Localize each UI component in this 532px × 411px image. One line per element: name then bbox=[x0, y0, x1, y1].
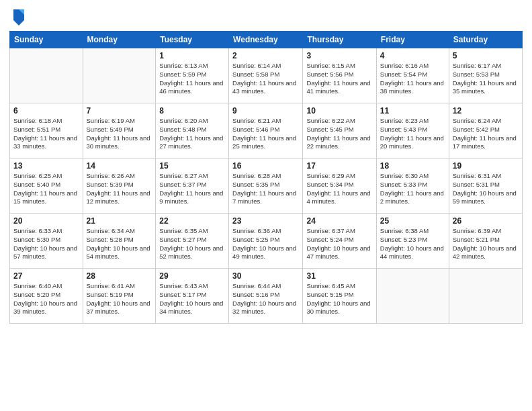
table-row: 9Sunrise: 6:21 AMSunset: 5:46 PMDaylight… bbox=[229, 103, 303, 158]
day-number: 1 bbox=[159, 51, 225, 60]
day-detail: Sunrise: 6:25 AMSunset: 5:40 PMDaylight:… bbox=[13, 172, 79, 206]
calendar-week-row: 20Sunrise: 6:33 AMSunset: 5:30 PMDayligh… bbox=[10, 214, 523, 269]
day-number: 23 bbox=[232, 216, 299, 226]
header bbox=[9, 7, 523, 26]
table-row: 28Sunrise: 6:41 AMSunset: 5:19 PMDayligh… bbox=[83, 269, 156, 324]
day-detail: Sunrise: 6:13 AMSunset: 5:59 PMDaylight:… bbox=[159, 62, 225, 96]
logo-icon bbox=[11, 7, 27, 26]
day-number: 6 bbox=[13, 106, 79, 116]
table-row: 25Sunrise: 6:38 AMSunset: 5:23 PMDayligh… bbox=[376, 214, 449, 269]
day-detail: Sunrise: 6:35 AMSunset: 5:27 PMDaylight:… bbox=[159, 227, 225, 261]
day-detail: Sunrise: 6:18 AMSunset: 5:51 PMDaylight:… bbox=[13, 117, 79, 151]
day-detail: Sunrise: 6:30 AMSunset: 5:33 PMDaylight:… bbox=[380, 172, 445, 206]
table-row: 7Sunrise: 6:19 AMSunset: 5:49 PMDaylight… bbox=[83, 103, 156, 158]
calendar-day-header: Sunday bbox=[10, 32, 83, 48]
calendar-week-row: 1Sunrise: 6:13 AMSunset: 5:59 PMDaylight… bbox=[10, 48, 523, 103]
table-row: 13Sunrise: 6:25 AMSunset: 5:40 PMDayligh… bbox=[10, 158, 83, 214]
day-detail: Sunrise: 6:34 AMSunset: 5:28 PMDaylight:… bbox=[87, 227, 152, 261]
calendar-day-header: Friday bbox=[376, 32, 449, 48]
table-row bbox=[376, 269, 449, 324]
day-number: 12 bbox=[453, 106, 519, 116]
table-row: 29Sunrise: 6:43 AMSunset: 5:17 PMDayligh… bbox=[156, 269, 229, 324]
table-row: 24Sunrise: 6:37 AMSunset: 5:24 PMDayligh… bbox=[303, 214, 376, 269]
day-number: 14 bbox=[87, 161, 152, 171]
day-detail: Sunrise: 6:22 AMSunset: 5:45 PMDaylight:… bbox=[306, 117, 372, 151]
table-row: 4Sunrise: 6:16 AMSunset: 5:54 PMDaylight… bbox=[376, 48, 449, 103]
day-detail: Sunrise: 6:17 AMSunset: 5:53 PMDaylight:… bbox=[453, 62, 519, 96]
day-number: 21 bbox=[87, 216, 152, 226]
day-number: 11 bbox=[380, 106, 445, 116]
table-row: 19Sunrise: 6:31 AMSunset: 5:31 PMDayligh… bbox=[449, 158, 522, 214]
table-row bbox=[10, 48, 83, 103]
calendar-day-header: Thursday bbox=[303, 32, 376, 48]
table-row: 16Sunrise: 6:28 AMSunset: 5:35 PMDayligh… bbox=[229, 158, 303, 214]
table-row: 17Sunrise: 6:29 AMSunset: 5:34 PMDayligh… bbox=[303, 158, 376, 214]
calendar-header-row: SundayMondayTuesdayWednesdayThursdayFrid… bbox=[10, 32, 523, 48]
table-row: 23Sunrise: 6:36 AMSunset: 5:25 PMDayligh… bbox=[229, 214, 303, 269]
day-detail: Sunrise: 6:23 AMSunset: 5:43 PMDaylight:… bbox=[380, 117, 445, 151]
day-detail: Sunrise: 6:28 AMSunset: 5:35 PMDaylight:… bbox=[232, 172, 299, 206]
day-number: 19 bbox=[453, 161, 519, 171]
day-number: 27 bbox=[13, 271, 79, 281]
table-row bbox=[83, 48, 156, 103]
day-number: 22 bbox=[159, 216, 225, 226]
table-row: 3Sunrise: 6:15 AMSunset: 5:56 PMDaylight… bbox=[303, 48, 376, 103]
table-row: 30Sunrise: 6:44 AMSunset: 5:16 PMDayligh… bbox=[229, 269, 303, 324]
day-number: 3 bbox=[306, 51, 372, 60]
calendar-day-header: Monday bbox=[83, 32, 156, 48]
day-detail: Sunrise: 6:24 AMSunset: 5:42 PMDaylight:… bbox=[453, 117, 519, 151]
calendar-week-row: 13Sunrise: 6:25 AMSunset: 5:40 PMDayligh… bbox=[10, 158, 523, 214]
day-number: 7 bbox=[87, 106, 152, 116]
day-number: 13 bbox=[13, 161, 79, 171]
day-detail: Sunrise: 6:36 AMSunset: 5:25 PMDaylight:… bbox=[232, 227, 299, 261]
day-detail: Sunrise: 6:15 AMSunset: 5:56 PMDaylight:… bbox=[306, 62, 372, 96]
day-number: 8 bbox=[159, 106, 225, 116]
table-row: 15Sunrise: 6:27 AMSunset: 5:37 PMDayligh… bbox=[156, 158, 229, 214]
day-detail: Sunrise: 6:31 AMSunset: 5:31 PMDaylight:… bbox=[453, 172, 519, 206]
table-row: 21Sunrise: 6:34 AMSunset: 5:28 PMDayligh… bbox=[83, 214, 156, 269]
day-number: 10 bbox=[306, 106, 372, 116]
day-detail: Sunrise: 6:26 AMSunset: 5:39 PMDaylight:… bbox=[87, 172, 152, 206]
day-detail: Sunrise: 6:33 AMSunset: 5:30 PMDaylight:… bbox=[13, 227, 79, 261]
day-number: 26 bbox=[453, 216, 519, 226]
day-number: 4 bbox=[380, 51, 445, 60]
day-detail: Sunrise: 6:21 AMSunset: 5:46 PMDaylight:… bbox=[232, 117, 299, 151]
day-detail: Sunrise: 6:16 AMSunset: 5:54 PMDaylight:… bbox=[380, 62, 445, 96]
table-row: 14Sunrise: 6:26 AMSunset: 5:39 PMDayligh… bbox=[83, 158, 156, 214]
day-detail: Sunrise: 6:29 AMSunset: 5:34 PMDaylight:… bbox=[306, 172, 372, 206]
calendar-table: SundayMondayTuesdayWednesdayThursdayFrid… bbox=[9, 31, 523, 324]
table-row bbox=[449, 269, 522, 324]
day-detail: Sunrise: 6:41 AMSunset: 5:19 PMDaylight:… bbox=[87, 282, 152, 316]
calendar-day-header: Saturday bbox=[449, 32, 522, 48]
table-row: 12Sunrise: 6:24 AMSunset: 5:42 PMDayligh… bbox=[449, 103, 522, 158]
day-detail: Sunrise: 6:43 AMSunset: 5:17 PMDaylight:… bbox=[159, 282, 225, 316]
day-number: 2 bbox=[232, 51, 299, 60]
table-row: 1Sunrise: 6:13 AMSunset: 5:59 PMDaylight… bbox=[156, 48, 229, 103]
day-detail: Sunrise: 6:27 AMSunset: 5:37 PMDaylight:… bbox=[159, 172, 225, 206]
table-row: 31Sunrise: 6:45 AMSunset: 5:15 PMDayligh… bbox=[303, 269, 376, 324]
day-number: 17 bbox=[306, 161, 372, 171]
table-row: 8Sunrise: 6:20 AMSunset: 5:48 PMDaylight… bbox=[156, 103, 229, 158]
day-number: 28 bbox=[87, 271, 152, 281]
day-number: 31 bbox=[306, 271, 372, 281]
day-detail: Sunrise: 6:39 AMSunset: 5:21 PMDaylight:… bbox=[453, 227, 519, 261]
day-number: 30 bbox=[232, 271, 299, 281]
table-row: 26Sunrise: 6:39 AMSunset: 5:21 PMDayligh… bbox=[449, 214, 522, 269]
table-row: 22Sunrise: 6:35 AMSunset: 5:27 PMDayligh… bbox=[156, 214, 229, 269]
table-row: 10Sunrise: 6:22 AMSunset: 5:45 PMDayligh… bbox=[303, 103, 376, 158]
day-number: 25 bbox=[380, 216, 445, 226]
day-number: 18 bbox=[380, 161, 445, 171]
day-detail: Sunrise: 6:37 AMSunset: 5:24 PMDaylight:… bbox=[306, 227, 372, 261]
day-number: 5 bbox=[453, 51, 519, 60]
logo bbox=[9, 7, 27, 26]
calendar-week-row: 6Sunrise: 6:18 AMSunset: 5:51 PMDaylight… bbox=[10, 103, 523, 158]
table-row: 11Sunrise: 6:23 AMSunset: 5:43 PMDayligh… bbox=[376, 103, 449, 158]
table-row: 20Sunrise: 6:33 AMSunset: 5:30 PMDayligh… bbox=[10, 214, 83, 269]
day-number: 20 bbox=[13, 216, 79, 226]
calendar-day-header: Tuesday bbox=[156, 32, 229, 48]
day-number: 16 bbox=[232, 161, 299, 171]
table-row: 27Sunrise: 6:40 AMSunset: 5:20 PMDayligh… bbox=[10, 269, 83, 324]
day-detail: Sunrise: 6:14 AMSunset: 5:58 PMDaylight:… bbox=[232, 62, 299, 96]
day-detail: Sunrise: 6:20 AMSunset: 5:48 PMDaylight:… bbox=[159, 117, 225, 151]
day-detail: Sunrise: 6:38 AMSunset: 5:23 PMDaylight:… bbox=[380, 227, 445, 261]
